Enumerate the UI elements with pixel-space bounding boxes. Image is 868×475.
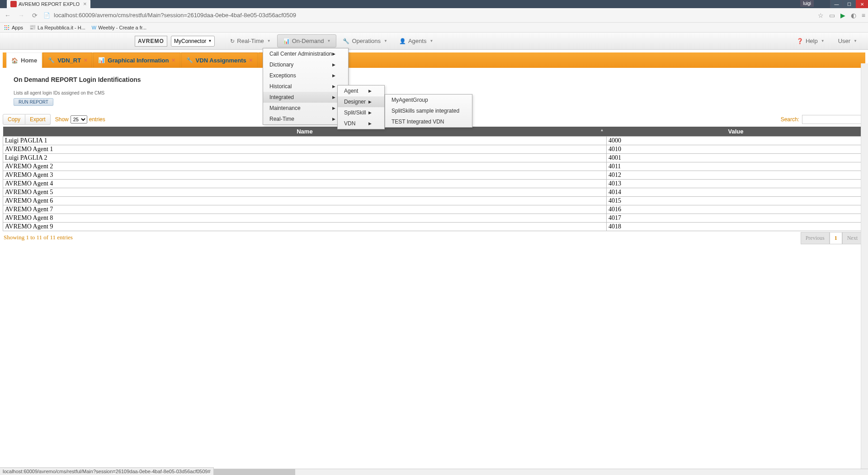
url-input[interactable] — [54, 12, 814, 19]
export-button[interactable]: Export — [25, 114, 51, 125]
cell-value: 4010 — [606, 145, 865, 154]
table-row: AVREMO Agent 44013 — [3, 180, 865, 188]
bookmark-repubblica[interactable]: 📰 La Repubblica.it - H... — [29, 24, 85, 30]
cell-value: 4016 — [606, 205, 865, 214]
chevron-right-icon: ▶ — [332, 84, 335, 89]
wrench-icon: 🔧 — [186, 57, 193, 63]
maximize-button[interactable]: ☐ — [843, 0, 855, 8]
dropdown-label: Dictionary — [269, 62, 293, 68]
cell-name: AVREMO Agent 6 — [3, 197, 607, 205]
table-row: AVREMO Agent 84017 — [3, 214, 865, 223]
column-value[interactable]: Value♦ — [606, 127, 865, 137]
page-size-select[interactable]: 25 — [71, 115, 87, 124]
dropdown-item-exceptions[interactable]: Exceptions▶ — [263, 70, 348, 81]
search-label: Search: — [781, 116, 799, 123]
menu-realtime[interactable]: ↻ Real-Time ▼ — [225, 35, 276, 47]
tab-close-icon[interactable]: × — [83, 0, 87, 7]
dropdown-label: VDN — [344, 120, 355, 127]
close-icon[interactable]: × — [84, 57, 87, 64]
bookmark-weebly[interactable]: W Weebly - Create a fr... — [92, 25, 146, 30]
wrench-icon: 🔧 — [48, 57, 55, 63]
menu-agents[interactable]: 👤 Agents ▼ — [394, 35, 439, 47]
caret-down-icon: ▼ — [384, 39, 387, 43]
dropdown-item-integrated[interactable]: Integrated▶ — [263, 92, 348, 103]
cell-value: 4011 — [606, 162, 865, 171]
table-row: Luigi PAGLIA 14000 — [3, 137, 865, 145]
window-buttons: — ☐ ✕ — [830, 0, 868, 8]
page-number[interactable]: 1 — [830, 232, 842, 244]
dropdown-item-splitskills-sample[interactable]: SplitSkills sample integrated — [385, 105, 472, 116]
dropdown-item-vdn[interactable]: VDN▶ — [338, 118, 384, 129]
menu-ondemand[interactable]: 📊 On-Demand ▼ — [277, 34, 337, 48]
dropdown-item-callcenter[interactable]: Call Center Administration▶ — [263, 48, 348, 59]
dropdown-item-splitskill[interactable]: Split/Skill▶ — [338, 107, 384, 118]
logo: AVREMO — [135, 36, 167, 47]
tabs-bar: 🏠 Home 🔧 VDN_RT × 📊 Graphical Informatio… — [3, 52, 865, 68]
menu-icon[interactable]: ≡ — [862, 12, 865, 19]
dropdown-item-agent[interactable]: Agent▶ — [338, 86, 384, 96]
cell-name: Luigi PAGLIA 2 — [3, 154, 607, 162]
show-label: Show — [55, 116, 69, 123]
tab-vdn-assignments[interactable]: 🔧 VDN Assignments × — [181, 52, 258, 68]
copy-button[interactable]: Copy — [3, 114, 25, 125]
show-entries: Show 25 entries — [55, 115, 105, 124]
menu-label: Real-Time — [237, 38, 264, 44]
close-icon[interactable]: × — [171, 57, 175, 64]
tab-label: Graphical Information — [108, 57, 169, 64]
search-input[interactable] — [802, 115, 865, 124]
browser-tab[interactable]: AVREMO REPORT EXPLO × — [7, 0, 90, 8]
cell-value: 4015 — [606, 197, 865, 205]
table-row: AVREMO Agent 54014 — [3, 188, 865, 197]
dropdown-label: Call Center Administration — [269, 51, 332, 57]
cell-name: AVREMO Agent 9 — [3, 223, 607, 231]
chevron-right-icon: ▶ — [332, 117, 335, 121]
pagination: Previous 1 Next — [801, 232, 863, 244]
connector-select[interactable]: MyConnector ▼ — [171, 36, 215, 47]
apps-button[interactable]: Apps — [4, 24, 23, 31]
reload-button[interactable]: ⟳ — [30, 10, 40, 20]
close-icon[interactable]: × — [249, 57, 253, 64]
address-bar: ← → ⟳ 📄 ☆ ▭ ▶ ◐ ≡ — [0, 8, 868, 23]
menu-operations[interactable]: 🔧 Operations ▼ — [337, 35, 393, 47]
dropdown-item-historical[interactable]: Historical▶ — [263, 81, 348, 92]
dropdown-item-myagentgroup[interactable]: MyAgentGroup — [385, 95, 472, 105]
close-button[interactable]: ✕ — [855, 0, 868, 8]
dropdown-item-maintenance[interactable]: Maintenance▶ — [263, 103, 348, 114]
menu-help[interactable]: ❓ Help ▼ — [791, 35, 830, 47]
play-icon[interactable]: ▶ — [840, 12, 845, 19]
dropdown-label: Maintenance — [269, 105, 301, 111]
column-name[interactable]: Name▲ — [3, 127, 607, 137]
dropdown-item-designer[interactable]: Designer▶ — [338, 96, 384, 107]
app-header: AVREMO MyConnector ▼ ↻ Real-Time ▼ 📊 On-… — [0, 33, 868, 50]
forward-button[interactable]: → — [16, 10, 26, 20]
minimize-button[interactable]: — — [830, 0, 843, 8]
home-icon: 🏠 — [11, 57, 18, 64]
apps-icon — [4, 24, 10, 31]
data-table: Name▲ Value♦ Luigi PAGLIA 14000AVREMO Ag… — [3, 127, 865, 231]
bookmark-favicon: W — [92, 25, 96, 30]
previous-button[interactable]: Previous — [801, 232, 830, 244]
cell-name: AVREMO Agent 8 — [3, 214, 607, 223]
dropdown-item-dictionary[interactable]: Dictionary▶ — [263, 59, 348, 70]
dropdown-item-test-vdn[interactable]: TEST Integrated VDN — [385, 116, 472, 127]
bookmark-favicon: 📰 — [29, 24, 36, 30]
chart-icon: 📊 — [98, 57, 105, 63]
next-button[interactable]: Next — [842, 232, 863, 244]
dropdown-label: Exceptions — [269, 72, 296, 79]
tab-home[interactable]: 🏠 Home — [6, 52, 42, 68]
run-report-button[interactable]: RUN REPORT — [14, 98, 53, 106]
back-button[interactable]: ← — [3, 10, 13, 20]
vertical-scrollbar[interactable] — [861, 63, 868, 244]
share-icon[interactable]: ◐ — [851, 12, 856, 19]
menu-user[interactable]: User ▼ — [833, 35, 863, 47]
chevron-right-icon: ▶ — [368, 100, 372, 104]
column-label: Value — [728, 128, 743, 135]
tab-graphical[interactable]: 📊 Graphical Information × — [93, 52, 180, 68]
cell-name: AVREMO Agent 3 — [3, 171, 607, 180]
search-box: Search: — [781, 115, 865, 124]
tab-vdn-rt[interactable]: 🔧 VDN_RT × — [43, 52, 92, 68]
dropdown-designer: MyAgentGroup SplitSkills sample integrat… — [385, 94, 472, 128]
star-icon[interactable]: ☆ — [818, 12, 824, 19]
device-icon[interactable]: ▭ — [829, 12, 835, 19]
dropdown-item-realtime[interactable]: Real-Time▶ — [263, 114, 348, 124]
